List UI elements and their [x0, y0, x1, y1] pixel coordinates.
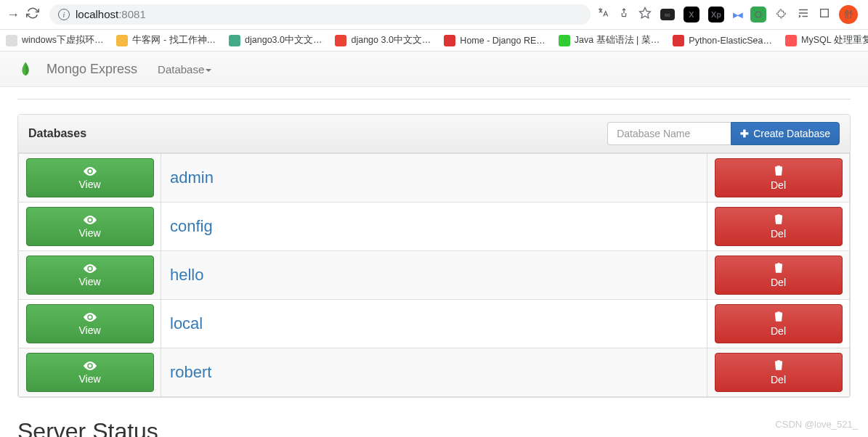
app-brand[interactable]: Mongo Express — [46, 62, 137, 77]
reload-icon[interactable] — [26, 7, 41, 23]
watermark: CSDN @love_521_ — [775, 419, 858, 430]
favicon — [335, 35, 346, 46]
bookmarks-bar: windows下虚拟环…牛客网 - 找工作神…django3.0中文文…djan… — [0, 30, 868, 52]
bookmark-label: django3.0中文文… — [245, 34, 322, 46]
eye-icon — [84, 215, 97, 226]
extension-icon-5[interactable]: ⎔ — [750, 7, 766, 23]
svg-rect-4 — [821, 9, 829, 17]
url-host: localhost — [76, 8, 118, 20]
bookmark-label: Home - Django RE… — [460, 36, 545, 46]
trash-icon — [774, 262, 784, 275]
database-name-link[interactable]: robert — [170, 363, 211, 381]
eye-icon — [84, 312, 97, 323]
url-port: :8081 — [118, 8, 146, 20]
bookmark-item[interactable]: django 3.0中文文… — [335, 34, 431, 46]
del-label: Del — [771, 374, 786, 385]
database-name-link[interactable]: local — [170, 314, 203, 332]
divider — [17, 99, 851, 99]
extension-icon-4[interactable]: ▶◀ — [733, 11, 742, 19]
favicon — [444, 35, 455, 46]
address-bar[interactable]: i localhost:8081 — [49, 4, 591, 25]
view-label: View — [78, 179, 100, 190]
database-name-link[interactable]: admin — [170, 168, 214, 187]
favicon — [673, 35, 684, 46]
delete-button[interactable]: Del — [715, 207, 843, 246]
databases-table: ViewadminDelViewconfigDelViewhelloDelVie… — [18, 153, 850, 397]
database-name-link[interactable]: hello — [170, 266, 203, 284]
app-navbar: Mongo Express Database — [0, 52, 868, 87]
bookmark-item[interactable]: Home - Django RE… — [444, 35, 545, 46]
bookmark-label: MySQL 处理重复数… — [801, 34, 868, 46]
favicon — [116, 35, 128, 46]
trash-icon — [774, 213, 784, 226]
mongo-leaf-icon — [17, 60, 35, 78]
eye-icon — [84, 166, 97, 177]
window-icon[interactable] — [819, 7, 830, 22]
trash-icon — [774, 359, 784, 372]
favicon — [229, 35, 240, 46]
reading-list-icon[interactable] — [797, 7, 810, 23]
server-status-heading: Server Status — [17, 418, 851, 437]
plus-icon: ✚ — [740, 128, 749, 139]
view-button[interactable]: View — [26, 353, 154, 392]
bookmark-item[interactable]: 牛客网 - 找工作神… — [116, 34, 216, 46]
profile-avatar[interactable]: 舒 — [839, 5, 858, 24]
favicon — [785, 35, 797, 46]
table-row: ViewrobertDel — [19, 348, 850, 397]
extension-icon-1[interactable]: ∞ — [660, 9, 675, 20]
view-label: View — [78, 276, 100, 287]
trash-icon — [774, 165, 784, 178]
delete-button[interactable]: Del — [715, 256, 843, 295]
panel-header: Databases ✚ Create Database — [18, 115, 850, 153]
favicon — [559, 35, 570, 46]
eye-icon — [84, 264, 97, 274]
delete-button[interactable]: Del — [715, 304, 843, 343]
bookmark-label: 牛客网 - 找工作神… — [132, 34, 216, 46]
view-label: View — [78, 373, 100, 385]
favicon — [6, 35, 17, 46]
view-button[interactable]: View — [26, 304, 154, 343]
table-row: ViewlocalDel — [19, 300, 850, 348]
star-icon[interactable] — [638, 7, 652, 23]
share-icon[interactable] — [618, 7, 630, 22]
create-database-button[interactable]: ✚ Create Database — [731, 122, 840, 145]
forward-arrow-icon[interactable]: → — [6, 7, 20, 23]
view-label: View — [78, 227, 100, 239]
table-row: ViewconfigDel — [19, 203, 850, 251]
delete-button[interactable]: Del — [715, 353, 843, 392]
bookmark-label: django 3.0中文文… — [351, 34, 431, 46]
panel-title: Databases — [28, 127, 86, 140]
view-button[interactable]: View — [26, 256, 154, 295]
bookmark-item[interactable]: windows下虚拟环… — [6, 34, 103, 46]
bookmark-item[interactable]: django3.0中文文… — [229, 34, 322, 46]
view-button[interactable]: View — [26, 158, 154, 197]
nav-database-dropdown[interactable]: Database — [158, 63, 211, 75]
table-row: ViewhelloDel — [19, 251, 850, 300]
del-label: Del — [771, 179, 786, 191]
del-label: Del — [771, 325, 786, 337]
bookmark-item[interactable]: Java 基础语法 | 菜… — [559, 34, 660, 46]
trash-icon — [774, 311, 784, 324]
toolbar-actions: ∞ X Xp ▶◀ ⎔ 舒 — [596, 5, 862, 24]
del-label: Del — [771, 277, 786, 288]
extensions-menu-icon[interactable] — [775, 7, 788, 23]
view-label: View — [78, 324, 100, 336]
eye-icon — [84, 361, 97, 372]
bookmark-item[interactable]: MySQL 处理重复数… — [785, 34, 868, 46]
database-name-input[interactable] — [607, 122, 731, 145]
database-name-link[interactable]: config — [170, 217, 213, 235]
translate-icon[interactable] — [596, 7, 609, 23]
extension-icon-2[interactable]: X — [684, 7, 699, 23]
table-row: ViewadminDel — [19, 154, 850, 203]
delete-button[interactable]: Del — [715, 158, 843, 197]
bookmark-label: Java 基础语法 | 菜… — [575, 34, 660, 46]
databases-panel: Databases ✚ Create Database ViewadminDel… — [17, 114, 851, 398]
del-label: Del — [771, 228, 786, 240]
svg-marker-0 — [640, 8, 651, 18]
extension-icon-3[interactable]: Xp — [708, 7, 724, 23]
bookmark-label: windows下虚拟环… — [22, 34, 103, 46]
bookmark-label: Python-ElasticSea… — [689, 36, 772, 46]
view-button[interactable]: View — [26, 207, 154, 246]
bookmark-item[interactable]: Python-ElasticSea… — [673, 35, 772, 46]
site-info-icon[interactable]: i — [58, 9, 70, 20]
